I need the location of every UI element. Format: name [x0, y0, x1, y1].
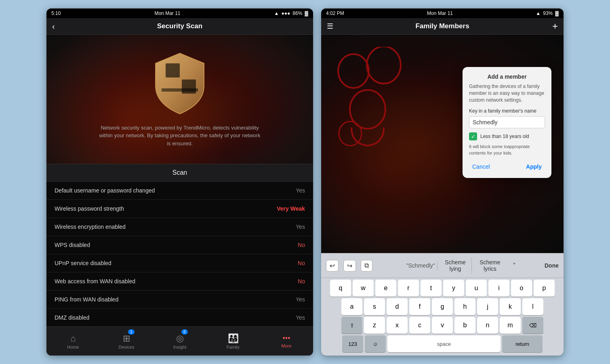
- scan-button[interactable]: Scan: [172, 169, 187, 176]
- left-signal-icon: ●●●: [281, 10, 290, 16]
- key-j[interactable]: j: [477, 298, 498, 315]
- key-h[interactable]: h: [454, 298, 475, 315]
- tab-home[interactable]: ⌂ Home: [46, 327, 100, 356]
- key-a[interactable]: a: [341, 298, 362, 315]
- tab-insight-label: Insight: [173, 345, 186, 349]
- keyboard-toolbar: ↩ ↪ ⧉ "Schmedly" Scheme lying Scheme lyr…: [321, 253, 564, 278]
- suggestion-0[interactable]: "Schmedly": [404, 261, 438, 270]
- scan-value-0: Yes: [296, 187, 305, 194]
- tab-more[interactable]: ••• More: [260, 327, 313, 356]
- scan-label-4: UPnP service disabled: [55, 260, 111, 266]
- left-wifi-icon: ▲: [274, 10, 279, 16]
- key-d[interactable]: d: [387, 298, 408, 315]
- keyboard-keys: q w e r t y u i o p a s d f g h: [321, 278, 564, 356]
- key-c[interactable]: c: [409, 317, 430, 334]
- key-space[interactable]: space: [387, 335, 501, 352]
- key-n[interactable]: n: [477, 317, 498, 334]
- svg-rect-2: [162, 88, 198, 92]
- key-o[interactable]: o: [511, 280, 532, 297]
- key-return[interactable]: return: [502, 335, 543, 352]
- key-m[interactable]: m: [500, 317, 521, 334]
- left-nav-bar: ‹ Security Scan: [46, 18, 313, 35]
- key-k[interactable]: k: [500, 298, 521, 315]
- security-scan-screen: 5:10 Mon Mar 11 ▲ ●●● 86% ▓ ‹ Security S…: [46, 8, 313, 356]
- key-q[interactable]: q: [330, 280, 351, 297]
- tab-devices-label: Devices: [118, 345, 134, 349]
- tab-family[interactable]: 👨‍👩‍👧 Family: [206, 327, 260, 356]
- more-icon: •••: [283, 334, 290, 343]
- scan-item-6: PING from WAN disabled Yes: [46, 291, 313, 309]
- key-l[interactable]: l: [522, 298, 543, 315]
- keyboard-suggestions: "Schmedly" Scheme lying Scheme lyrics: [401, 256, 510, 275]
- keyboard-toolbar-left: ↩ ↪ ⧉: [326, 260, 372, 272]
- key-y[interactable]: y: [443, 280, 464, 297]
- add-member-button[interactable]: +: [552, 21, 558, 32]
- back-button[interactable]: ‹: [52, 22, 55, 31]
- member-name-input[interactable]: [469, 116, 545, 128]
- right-day: Mon Mar 11: [427, 10, 453, 16]
- key-emoji[interactable]: ☺: [365, 335, 386, 352]
- devices-icon: ⊞: [123, 333, 130, 344]
- apply-button[interactable]: Apply: [523, 162, 545, 172]
- right-hero-area: Add a member Gathering the devices of a …: [321, 35, 564, 253]
- right-battery-icon: ▓: [555, 10, 559, 16]
- insight-icon: ◎: [176, 333, 184, 344]
- key-numbers[interactable]: 123: [342, 335, 363, 352]
- suggestions-chevron[interactable]: ˅: [513, 262, 516, 270]
- add-member-dialog: Add a member Gathering the devices of a …: [463, 67, 551, 178]
- scan-value-5: No: [298, 278, 305, 285]
- age-checkbox[interactable]: ✓: [469, 132, 477, 140]
- right-wifi-icon: ▲: [536, 10, 541, 16]
- dialog-description: Gathering the devices of a family member…: [469, 83, 545, 103]
- dialog-title: Add a member: [469, 73, 545, 80]
- scan-value-4: No: [298, 260, 305, 266]
- key-s[interactable]: s: [364, 298, 385, 315]
- done-button[interactable]: Done: [545, 262, 559, 269]
- key-w[interactable]: w: [353, 280, 374, 297]
- age-checkbox-row[interactable]: ✓ Less than 18 years old: [469, 132, 545, 140]
- hamburger-button[interactable]: ☰: [327, 22, 333, 31]
- key-f[interactable]: f: [409, 298, 430, 315]
- tab-insight[interactable]: 6 ◎ Insight: [153, 327, 206, 356]
- key-v[interactable]: v: [432, 317, 453, 334]
- key-backspace[interactable]: ⌫: [522, 317, 543, 334]
- scan-button-row[interactable]: Scan: [46, 164, 313, 182]
- key-b[interactable]: b: [454, 317, 475, 334]
- suggestion-1[interactable]: Scheme lying: [439, 257, 472, 274]
- age-checkbox-label: Less than 18 years old: [480, 134, 529, 139]
- paste-button[interactable]: ⧉: [361, 260, 372, 272]
- key-x[interactable]: x: [387, 317, 408, 334]
- left-time: 5:10: [51, 10, 61, 16]
- key-shift[interactable]: ⇧: [341, 317, 362, 334]
- key-p[interactable]: p: [534, 280, 555, 297]
- key-g[interactable]: g: [432, 298, 453, 315]
- key-t[interactable]: t: [421, 280, 442, 297]
- left-battery: 86%: [292, 10, 302, 16]
- scan-item-7: DMZ disabled Yes: [46, 309, 313, 326]
- tab-home-label: Home: [67, 345, 79, 349]
- svg-rect-0: [166, 63, 180, 77]
- scan-label-6: PING from WAN disabled: [55, 296, 118, 303]
- scan-item-2: Wireless encryption enabled Yes: [46, 218, 313, 236]
- right-nav-bar: ☰ Family Members +: [321, 18, 564, 35]
- dialog-field-label: Key in a family member's name: [469, 108, 545, 114]
- redo-button[interactable]: ↪: [343, 260, 356, 272]
- scan-item-4: UPnP service disabled No: [46, 254, 313, 272]
- key-z[interactable]: z: [364, 317, 385, 334]
- key-e[interactable]: e: [375, 280, 396, 297]
- cancel-button[interactable]: Cancel: [469, 162, 493, 172]
- dialog-overlay: Add a member Gathering the devices of a …: [321, 35, 564, 253]
- key-u[interactable]: u: [466, 280, 487, 297]
- undo-button[interactable]: ↩: [326, 260, 339, 272]
- scan-results: Default username or password changed Yes…: [46, 182, 313, 326]
- key-i[interactable]: i: [488, 280, 509, 297]
- scan-label-3: WPS disabled: [55, 242, 90, 248]
- scan-label-5: Web access from WAN disabled: [55, 278, 135, 285]
- tab-devices[interactable]: 1 ⊞ Devices: [100, 327, 153, 356]
- left-battery-icon: ▓: [305, 10, 308, 16]
- right-time: 4:02 PM: [326, 10, 344, 16]
- key-r[interactable]: r: [398, 280, 419, 297]
- right-battery: 93%: [543, 10, 553, 16]
- suggestion-2[interactable]: Scheme lyrics: [473, 257, 506, 274]
- scan-value-1: Very Weak: [277, 205, 305, 212]
